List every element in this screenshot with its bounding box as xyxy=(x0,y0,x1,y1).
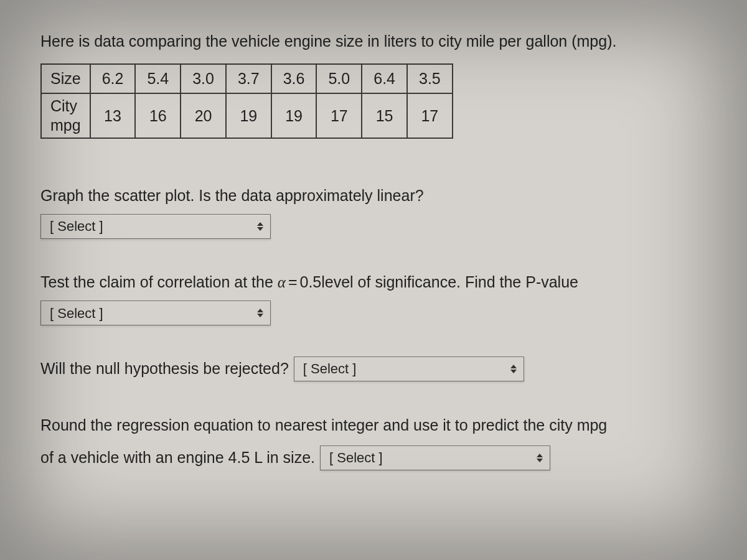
cell: 6.2 xyxy=(90,64,136,93)
svg-marker-0 xyxy=(257,222,263,226)
cell: 19 xyxy=(226,93,271,139)
cell: 13 xyxy=(90,93,136,139)
stepper-icon xyxy=(536,453,543,463)
cell: 16 xyxy=(135,93,181,139)
select-reject-null[interactable]: [ Select ] xyxy=(294,357,524,381)
row-label-city-mpg: City mpg xyxy=(41,93,90,139)
question-1-prompt: Graph the scatter plot. Is the data appr… xyxy=(40,182,707,209)
cell: 3.0 xyxy=(181,64,226,93)
question-2-prompt: Test the claim of correlation at the α=0… xyxy=(40,269,707,296)
row-label-size: Size xyxy=(41,64,90,93)
question-3-prompt: Will the null hypothesis be rejected? xyxy=(40,355,289,382)
cell: 17 xyxy=(316,93,362,139)
select-pvalue[interactable]: [ Select ] xyxy=(40,301,271,325)
stepper-icon xyxy=(256,222,264,231)
select-placeholder: [ Select ] xyxy=(50,302,103,325)
table-row: Size 6.2 5.4 3.0 3.7 3.6 5.0 6.4 3.5 xyxy=(41,64,453,93)
question-4: Round the regression equation to nearest… xyxy=(40,412,707,471)
cell: 17 xyxy=(407,93,453,139)
table-row: City mpg 13 16 20 19 19 17 15 17 xyxy=(41,93,453,139)
cell: 20 xyxy=(181,93,226,139)
cell: 19 xyxy=(271,93,317,139)
row-label-city: City xyxy=(50,97,77,114)
select-placeholder: [ Select ] xyxy=(303,357,357,380)
question-3: Will the null hypothesis be rejected? [ … xyxy=(40,355,707,382)
svg-marker-3 xyxy=(257,314,263,317)
alpha-symbol: α xyxy=(278,274,286,291)
select-predict-mpg[interactable]: [ Select ] xyxy=(320,446,550,470)
cell: 3.7 xyxy=(226,64,271,93)
equals-symbol: = xyxy=(286,273,300,291)
cell: 6.4 xyxy=(362,64,407,93)
question-1: Graph the scatter plot. Is the data appr… xyxy=(40,182,707,239)
q2-text-b: level of significance. Find the P-value xyxy=(321,273,578,291)
question-intro: Here is data comparing the vehicle engin… xyxy=(40,31,707,52)
alpha-value: 0.5 xyxy=(299,273,321,291)
select-linear[interactable]: [ Select ] xyxy=(40,214,271,239)
svg-marker-1 xyxy=(257,227,263,231)
cell: 5.4 xyxy=(135,64,181,93)
svg-marker-4 xyxy=(510,365,517,368)
svg-marker-2 xyxy=(257,309,263,312)
cell: 3.6 xyxy=(271,64,317,93)
cell: 5.0 xyxy=(316,64,362,93)
svg-marker-5 xyxy=(510,370,517,373)
data-table: Size 6.2 5.4 3.0 3.7 3.6 5.0 6.4 3.5 Cit… xyxy=(40,63,453,139)
stepper-icon xyxy=(510,364,517,374)
question-4-line2: of a vehicle with an engine 4.5 L in siz… xyxy=(40,444,315,471)
q2-text-a: Test the claim of correlation at the xyxy=(40,273,278,291)
cell: 15 xyxy=(362,93,407,139)
question-4-line1: Round the regression equation to nearest… xyxy=(40,412,707,439)
select-placeholder: [ Select ] xyxy=(50,215,103,238)
cell: 3.5 xyxy=(407,64,453,93)
row-label-mpg: mpg xyxy=(50,116,81,134)
svg-marker-6 xyxy=(537,454,543,457)
stepper-icon xyxy=(256,308,264,318)
select-placeholder: [ Select ] xyxy=(329,446,383,469)
question-2: Test the claim of correlation at the α=0… xyxy=(40,269,707,326)
svg-marker-7 xyxy=(537,459,543,462)
